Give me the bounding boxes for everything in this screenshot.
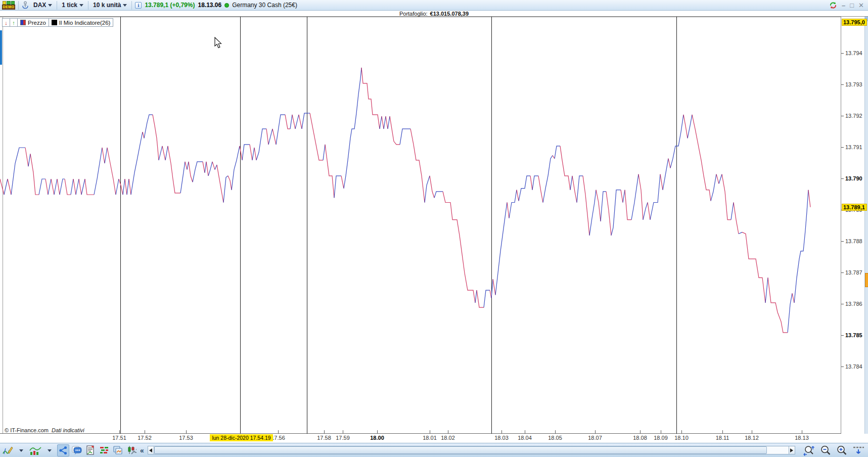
zoom-in-icon[interactable] bbox=[836, 445, 847, 456]
price-line-segment bbox=[606, 192, 611, 236]
toolbar-collapse-icon[interactable] bbox=[852, 445, 864, 455]
anchor-link-icon[interactable] bbox=[22, 1, 29, 10]
legend-indicator-item[interactable]: Il Mio Indicatore(26) bbox=[49, 19, 113, 26]
chart-area[interactable]: ↓ ↑ Prezzo Il Mio Indicatore(26) © IT-Fi… bbox=[0, 17, 868, 434]
time-tick-label: 17.59 bbox=[336, 435, 350, 441]
price-line-segment bbox=[631, 174, 638, 220]
collapse-toolbar-chevrons[interactable]: « bbox=[139, 446, 145, 454]
scroll-right-button[interactable] bbox=[789, 446, 795, 454]
price-line-segment bbox=[127, 179, 129, 195]
price-line-segment bbox=[792, 293, 794, 303]
price-line-segment bbox=[688, 115, 692, 139]
chart-type-button[interactable] bbox=[29, 444, 42, 456]
time-tick-label: 17.51 bbox=[112, 435, 126, 441]
toolbar-separator bbox=[18, 1, 19, 10]
price-line-segment bbox=[323, 145, 325, 160]
price-line-segment bbox=[530, 176, 532, 190]
time-tick-label: 18.02 bbox=[441, 435, 455, 441]
chat-bubble-icon bbox=[72, 446, 82, 455]
data-note: Dati indicativi bbox=[52, 427, 84, 433]
news-button[interactable] bbox=[84, 444, 97, 456]
price-line-segment bbox=[162, 146, 165, 160]
price-line-segment bbox=[722, 174, 731, 220]
price-line-segment bbox=[187, 162, 189, 170]
price-line-segment bbox=[57, 179, 60, 195]
chart-hscrollbar[interactable] bbox=[148, 446, 795, 454]
legend-price-item[interactable]: Prezzo bbox=[18, 19, 49, 26]
price-line-segment bbox=[765, 278, 768, 303]
time-tick-label: 17.58 bbox=[317, 435, 331, 441]
price-line-segment bbox=[54, 179, 57, 195]
price-line-segment bbox=[623, 190, 625, 203]
price-line-segment bbox=[4, 179, 8, 195]
time-axis: lun 28-dic-2020 17.54.19 17.5117.5217.53… bbox=[0, 434, 868, 443]
price-line-segment bbox=[73, 179, 76, 195]
price-tick-label: 13.788 bbox=[841, 238, 867, 244]
price-line-segment bbox=[390, 116, 400, 145]
price-line-segment bbox=[242, 145, 250, 160]
time-tick-label: 18.10 bbox=[674, 435, 689, 441]
time-tick-label: 18.04 bbox=[518, 435, 532, 441]
price-line-segment bbox=[254, 148, 256, 160]
chart-legend: ↓ ↑ Prezzo Il Mio Indicatore(26) bbox=[2, 18, 113, 27]
price-line-segment bbox=[434, 192, 443, 198]
docked-panel-edge[interactable] bbox=[0, 30, 2, 65]
toolbar-separator bbox=[131, 1, 132, 10]
chart-windows-button[interactable] bbox=[112, 444, 124, 456]
maximize-button[interactable]: □ bbox=[850, 2, 854, 9]
price-line-segment bbox=[660, 174, 663, 190]
price-line-segment bbox=[386, 116, 388, 129]
sell-order-button[interactable]: ↓ bbox=[3, 19, 10, 26]
portfolio-value: €13.015.078,39 bbox=[430, 11, 469, 17]
price-line-segment bbox=[325, 145, 334, 198]
close-button[interactable]: ✕ bbox=[858, 2, 864, 9]
zoom-fit-icon[interactable] bbox=[803, 445, 815, 456]
minimize-button[interactable]: – bbox=[842, 2, 845, 9]
hscrollbar-track[interactable] bbox=[154, 446, 789, 454]
chart-type-dropdown[interactable] bbox=[43, 444, 56, 456]
price-line-segment bbox=[731, 203, 734, 220]
bottom-toolbar: « bbox=[0, 443, 868, 457]
time-tick-label: 18.05 bbox=[548, 435, 562, 441]
instrument-dropdown[interactable]: DAX bbox=[32, 1, 54, 9]
price-line-segment bbox=[344, 68, 361, 189]
price-line-segment bbox=[310, 113, 323, 160]
draw-tool-button[interactable] bbox=[2, 444, 14, 456]
instrument-label: DAX bbox=[33, 2, 46, 9]
price-line-segment bbox=[153, 115, 159, 160]
price-line-segment bbox=[272, 129, 276, 145]
units-dropdown[interactable]: 10 k unità bbox=[92, 1, 128, 9]
market-depth-button[interactable] bbox=[98, 444, 110, 456]
buy-order-button[interactable]: ↑ bbox=[10, 19, 18, 26]
cursor-timestamp-label: lun 28-dic-2020 17.54.19 bbox=[210, 434, 273, 441]
time-tick-label: 18.09 bbox=[654, 435, 668, 441]
price-line-segment bbox=[39, 179, 45, 195]
demo-mode-icon[interactable]: DEMO bbox=[2, 1, 15, 10]
price-line-segment bbox=[341, 176, 344, 189]
time-tick-label: 18.00 bbox=[370, 435, 384, 441]
price-line-segment bbox=[739, 232, 742, 234]
scrollbar-orange-thumb[interactable] bbox=[865, 273, 868, 287]
draw-tool-dropdown[interactable] bbox=[15, 444, 27, 456]
price-chart[interactable] bbox=[0, 17, 868, 434]
price-line-segment bbox=[517, 190, 519, 201]
price-line-segment bbox=[384, 116, 386, 129]
price-axis-scrollbar[interactable] bbox=[864, 17, 868, 434]
price-line-segment bbox=[215, 165, 217, 169]
refresh-icon[interactable] bbox=[829, 2, 837, 9]
info-icon[interactable]: i bbox=[135, 2, 142, 9]
candle-settings-button[interactable] bbox=[125, 444, 138, 456]
scroll-left-button[interactable] bbox=[148, 446, 154, 454]
timeframe-dropdown[interactable]: 1 tick bbox=[60, 1, 85, 9]
zoom-out-icon[interactable] bbox=[820, 445, 831, 456]
price-line-segment bbox=[105, 148, 107, 163]
share-button[interactable] bbox=[57, 444, 69, 456]
price-series-color-chip bbox=[20, 20, 26, 25]
live-status-icon bbox=[224, 3, 229, 8]
price-line-segment bbox=[232, 146, 240, 190]
price-line-segment bbox=[205, 162, 206, 173]
price-line-segment bbox=[290, 115, 292, 129]
chat-button[interactable] bbox=[71, 444, 83, 456]
copyright-note: © IT-Finance.comDati indicativi bbox=[3, 427, 86, 433]
hscrollbar-thumb[interactable] bbox=[154, 446, 767, 454]
